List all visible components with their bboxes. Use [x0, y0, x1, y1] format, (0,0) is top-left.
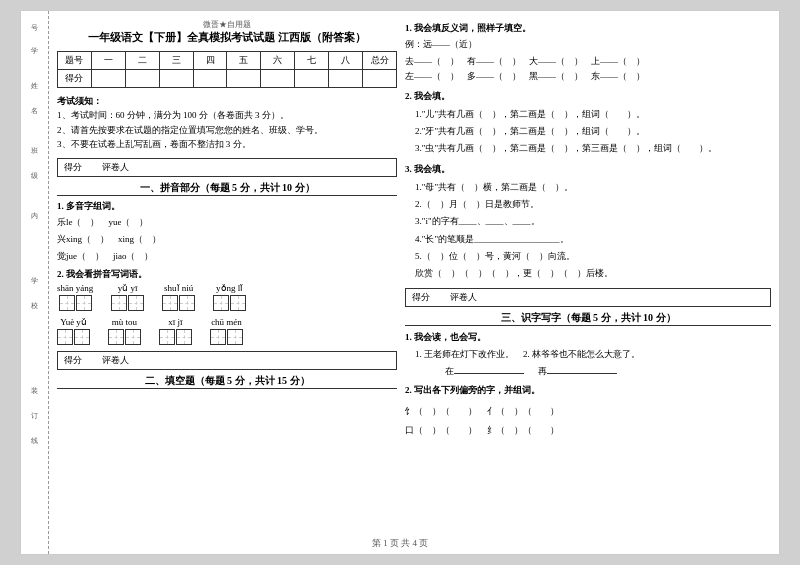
score-header-8: 八 — [329, 52, 363, 70]
page-header: 微晋★自用题 一年级语文【下册】全真模拟考试试题 江西版（附答案） — [57, 19, 397, 45]
left-strip: 号 学 姓 名 班 级 内 学 校 装 订 线 — [21, 11, 49, 554]
grading2-label1: 得分 — [64, 354, 82, 367]
score-row2-3 — [159, 70, 193, 88]
grading-row-2: 得分 评卷人 — [57, 351, 397, 370]
q1-item-0: 乐le（ ） yue（ ） — [57, 215, 397, 230]
char-box — [176, 329, 192, 345]
pinyin-group-xiji: xī jī — [159, 317, 192, 345]
rule-3: 3、不要在试卷上乱写乱画，卷面不整洁扣 3 分。 — [57, 137, 397, 151]
score-row2-8 — [329, 70, 363, 88]
antonym-you: 有——（ ） — [467, 55, 521, 68]
pinyin-row-1: shān yáng yǔ yī — [57, 283, 397, 311]
right-q2-title: 2. 我会填。 — [405, 89, 771, 104]
right-q3-item2: 2.（ ）月（ ）日是教师节。 — [405, 197, 771, 212]
part1-header: 一、拼音部分（每题 5 分，共计 10 分） — [57, 181, 397, 196]
part3-header: 三、识字写字（每题 5 分，共计 10 分） — [405, 311, 771, 326]
main-title: 一年级语文【下册】全真模拟考试试题 江西版（附答案） — [57, 30, 397, 45]
antonym-row-1: 去——（ ） 有——（ ） 大——（ ） 上——（ ） — [405, 55, 771, 68]
grading-row-1: 得分 评卷人 — [57, 158, 397, 177]
q2-pinyin-write: 2. 我会看拼音写词语。 shān yáng yǔ yī — [57, 268, 397, 345]
part3-q1-line2: 在 再 — [405, 364, 771, 379]
score-header-3: 三 — [159, 52, 193, 70]
char-box — [74, 329, 90, 345]
right-q2-item3: 3."虫"共有几画（ ），第二画是（ ），第三画是（ ），组词（ ）。 — [405, 141, 771, 156]
antonym-hei: 黑——（ ） — [529, 70, 583, 83]
char-box — [230, 295, 246, 311]
subtitle: 微晋★自用题 — [57, 19, 397, 30]
score-header-total: 总分 — [363, 52, 397, 70]
score-header-4: 四 — [193, 52, 227, 70]
score-row2-5 — [227, 70, 261, 88]
char-box — [210, 329, 226, 345]
pinyin-group-chumen: chū mén — [210, 317, 243, 345]
right-q3-item4: 4."长"的笔顺是___________________。 — [405, 232, 771, 247]
right-part3: 三、识字写字（每题 5 分，共计 10 分） 1. 我会读，也会写。 1. 王老… — [405, 311, 771, 441]
pinyin-group-mutou: mù tou — [108, 317, 141, 345]
char-box — [108, 329, 124, 345]
pinyin-group-shuiniu: shuǐ niú — [162, 283, 195, 311]
part3-q2-rows: 饣（ ）（ ） 口（ ）（ ） 亻（ ）（ ） 纟（ ）（ ） — [405, 402, 771, 441]
right-q2-item2: 2."牙"共有几画（ ），第二画是（ ），组词（ ）。 — [405, 124, 771, 139]
score-header-7: 七 — [295, 52, 329, 70]
rule-1: 1、考试时间：60 分钟，满分为 100 分（各卷面共 3 分）。 — [57, 108, 397, 122]
char-box — [59, 295, 75, 311]
q1-duoyinzi: 1. 多音字组词。 乐le（ ） yue（ ） 兴xing（ ） xing（ ）… — [57, 200, 397, 265]
char-box — [111, 295, 127, 311]
antonym-qu: 去——（ ） — [405, 55, 459, 68]
char-box — [162, 295, 178, 311]
right-q3-item3: 3."i"的字有____、____、____。 — [405, 214, 771, 229]
right-q3-item1: 1."母"共有（ ）横，第二画是（ ）。 — [405, 180, 771, 195]
pinyin-group-yuyi: yǔ yī — [111, 283, 144, 311]
q1-item-2: 觉jue（ ） jiao（ ） — [57, 249, 397, 264]
right-q1-example: 例：远——（近） — [405, 38, 771, 51]
radical-col1: 饣（ ）（ ） 口（ ）（ ） — [405, 402, 477, 441]
right-column: 1. 我会填反义词，照样子填空。 例：远——（近） 去——（ ） 有——（ ） … — [405, 19, 771, 546]
q2-label: 2. 我会看拼音写词语。 — [57, 268, 397, 281]
score-header-6: 六 — [261, 52, 295, 70]
char-box — [213, 295, 229, 311]
right-q3-item6: 欣赏（ ）（ ）（ ），更（ ）（ ）后楼。 — [405, 266, 771, 281]
pinyin-group-yongli: yǒng lǐ — [213, 283, 246, 311]
radical-ren: 亻（ ）（ ） — [487, 404, 559, 419]
grading1-label1: 得分 — [64, 161, 82, 174]
grading2-label2: 评卷人 — [102, 354, 129, 367]
char-box — [76, 295, 92, 311]
score-row2-total — [363, 70, 397, 88]
right-q2: 2. 我会填。 1."儿"共有几画（ ），第二画是（ ），组词（ ）。 2."牙… — [405, 89, 771, 156]
radical-kou: 口（ ）（ ） — [405, 423, 477, 438]
score-header-2: 二 — [125, 52, 159, 70]
rules-box: 考试须知： 1、考试时间：60 分钟，满分为 100 分（各卷面共 3 分）。 … — [57, 94, 397, 152]
page-container: 号 学 姓 名 班 级 内 学 校 装 订 线 微晋★自用题 一年级语文【下册】… — [20, 10, 780, 555]
right-q3-title: 3. 我会填。 — [405, 162, 771, 177]
grading1-label2: 评卷人 — [102, 161, 129, 174]
part2-header: 二、填空题（每题 5 分，共计 15 分） — [57, 374, 397, 389]
pinyin-row-2: Yuè yǔ mù tou — [57, 317, 397, 345]
part3-q2-title: 2. 写出各下列偏旁的字，并组词。 — [405, 383, 771, 398]
score-row2-0: 得分 — [58, 70, 92, 88]
antonym-shang: 上——（ ） — [591, 55, 645, 68]
part3-q1-title: 1. 我会读，也会写。 — [405, 330, 771, 345]
right-q3: 3. 我会填。 1."母"共有（ ）横，第二画是（ ）。 2.（ ）月（ ）日是… — [405, 162, 771, 281]
score-row2-6 — [261, 70, 295, 88]
score-row2-4 — [193, 70, 227, 88]
radical-si: 饣（ ）（ ） — [405, 404, 477, 419]
char-box — [227, 329, 243, 345]
score-table: 题号 一 二 三 四 五 六 七 八 总分 得分 — [57, 51, 397, 88]
radical-si2: 纟（ ）（ ） — [487, 423, 559, 438]
score-row2-1 — [91, 70, 125, 88]
antonym-row-2: 左——（ ） 多——（ ） 黑——（ ） 东——（ ） — [405, 70, 771, 83]
radical-col2: 亻（ ）（ ） 纟（ ）（ ） — [487, 402, 559, 441]
right-q3-item5: 5.（ ）位（ ）号，黄河（ ）向流。 — [405, 249, 771, 264]
q1-item-1: 兴xing（ ） xing（ ） — [57, 232, 397, 247]
grading3-label1: 得分 — [412, 291, 430, 304]
right-q1-title: 1. 我会填反义词，照样子填空。 — [405, 21, 771, 36]
page-footer: 第 1 页 共 4 页 — [372, 537, 428, 550]
score-row2-2 — [125, 70, 159, 88]
score-header-1: 一 — [91, 52, 125, 70]
antonym-zuo: 左——（ ） — [405, 70, 459, 83]
antonym-da: 大——（ ） — [529, 55, 583, 68]
score-header-5: 五 — [227, 52, 261, 70]
char-box — [125, 329, 141, 345]
char-box — [128, 295, 144, 311]
antonym-dong: 东——（ ） — [591, 70, 645, 83]
